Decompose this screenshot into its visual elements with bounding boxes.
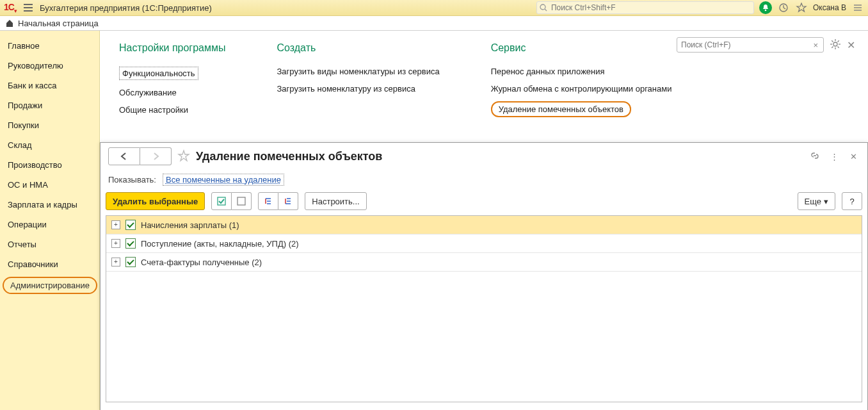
home-icon [5,19,14,28]
sidebar-item-sales[interactable]: Продажи [0,95,99,115]
toolbar: Удалить выбранные [100,190,867,213]
check-all-button[interactable] [211,192,232,210]
row-checkbox[interactable] [125,238,136,249]
column-settings: Настройки программы Функциональность Обс… [119,42,226,125]
expander-icon[interactable]: + [111,258,120,266]
uncheck-all-icon [237,197,246,206]
global-search[interactable] [536,1,754,14]
sidebar-item-main[interactable]: Главное [0,36,99,56]
column-title: Настройки программы [119,42,226,54]
svg-point-5 [765,10,767,12]
tree-row[interactable]: + Счета-фактуры полученные (2) [106,253,862,272]
window-title: Удаление помеченных объектов [196,150,382,163]
window-menu-button[interactable] [851,1,864,14]
link-exchange-journal[interactable]: Журнал обмена с контролирующими органами [491,84,672,94]
show-label: Показывать: [108,175,156,184]
link-icon [810,151,819,160]
sidebar-item-reports[interactable]: Отчеты [0,234,99,254]
sidebar-item-purchases[interactable]: Покупки [0,115,99,135]
tab-home[interactable]: Начальная страница [18,19,99,28]
sidebar-item-administration[interactable]: Администрирование [3,277,97,294]
more-label: Еще [805,197,821,206]
expander-icon[interactable]: + [111,239,120,248]
column-service: Сервис Перенос данных приложения Журнал … [491,42,672,125]
app-title: Бухгалтерия предприятия (1С:Предприятие) [40,3,212,13]
sidebar-item-manager[interactable]: Руководителю [0,56,99,76]
link-copy-button[interactable] [808,151,821,162]
row-label: Начисления зарплаты (1) [141,220,239,230]
svg-line-8 [784,8,785,9]
favorite-toggle[interactable] [178,150,189,163]
row-label: Счета-фактуры полученные (2) [141,258,262,267]
history-icon [778,3,789,13]
sidebar-item-operations[interactable]: Операции [0,215,99,234]
help-button[interactable]: ? [842,192,862,210]
section-sidebar: Главное Руководителю Банк и касса Продаж… [0,31,100,410]
nav-forward-button[interactable] [140,147,172,165]
link-load-nomenclature[interactable]: Загрузить номенклатуру из сервиса [277,84,440,94]
global-search-input[interactable] [550,3,751,13]
link-data-transfer[interactable]: Перенос данных приложения [491,67,672,76]
notifications-button[interactable] [759,1,772,14]
column-create: Создать Загрузить виды номенклатуры из с… [277,42,440,125]
row-label: Поступление (акты, накладные, УПД) (2) [141,239,299,249]
svg-point-3 [540,4,545,10]
svg-rect-22 [237,197,245,205]
show-filter-link[interactable]: Все помеченные на удаление [163,174,284,186]
main-menu-button[interactable] [22,1,35,14]
link-load-nomenclature-types[interactable]: Загрузить виды номенклатуры из сервиса [277,67,440,76]
column-title: Создать [277,42,440,54]
sidebar-item-warehouse[interactable]: Склад [0,135,99,155]
user-name[interactable]: Оксана В [813,3,846,12]
app-topbar: 1C▾ Бухгалтерия предприятия (1С:Предприя… [0,0,868,16]
favorites-button[interactable] [795,1,808,14]
main-area: × ✕ Настройки программы Функциональность… [100,31,868,410]
chevron-down-icon: ▾ [824,197,828,206]
star-icon [796,3,807,13]
sidebar-item-fixed-assets[interactable]: ОС и НМА [0,175,99,195]
check-all-icon [217,197,226,206]
delete-marked-window: Удаление помеченных объектов ⋮ ✕ Показыв… [100,142,868,410]
row-checkbox[interactable] [125,220,136,230]
logo-1c: 1C▾ [4,2,17,14]
window-menu-button[interactable]: ⋮ [828,152,840,161]
expander-icon[interactable]: + [111,220,120,229]
search-icon [540,4,547,12]
expand-icon [264,197,273,206]
nav-back-button[interactable] [108,147,140,165]
tree-row[interactable]: + Начисления зарплаты (1) [106,216,862,234]
row-checkbox[interactable] [125,257,136,267]
sidebar-item-payroll[interactable]: Зарплата и кадры [0,195,99,215]
window-close-button[interactable]: ✕ [847,152,860,161]
collapse-all-button[interactable] [278,192,298,210]
tab-bar: Начальная страница [0,16,868,31]
history-button[interactable] [777,1,790,14]
sidebar-item-production[interactable]: Производство [0,155,99,175]
sidebar-item-directories[interactable]: Справочники [0,254,99,274]
bell-icon [762,4,769,12]
objects-tree[interactable]: + Начисления зарплаты (1) + Поступление … [106,215,862,402]
functions-panel: Настройки программы Функциональность Обс… [100,31,868,125]
svg-line-4 [545,9,547,11]
star-icon [178,150,189,161]
window-header: Удаление помеченных объектов ⋮ ✕ [100,143,867,170]
arrow-right-icon [152,153,159,160]
link-functionality[interactable]: Функциональность [119,67,198,80]
link-general-settings[interactable]: Общие настройки [119,105,226,115]
svg-rect-21 [218,197,225,205]
uncheck-all-button[interactable] [232,192,252,210]
sidebar-item-bank[interactable]: Банк и касса [0,76,99,95]
delete-selected-button[interactable]: Удалить выбранные [106,192,205,210]
arrow-left-icon [120,153,128,160]
column-title: Сервис [491,42,672,54]
collapse-icon [284,197,293,206]
more-button[interactable]: Еще ▾ [798,192,835,210]
link-delete-marked[interactable]: Удаление помеченных объектов [491,101,631,117]
expand-all-button[interactable] [258,192,278,210]
configure-button[interactable]: Настроить... [305,192,366,210]
tree-row[interactable]: + Поступление (акты, накладные, УПД) (2) [106,234,862,253]
filter-row: Показывать: Все помеченные на удаление [100,170,867,190]
link-maintenance[interactable]: Обслуживание [119,88,226,97]
